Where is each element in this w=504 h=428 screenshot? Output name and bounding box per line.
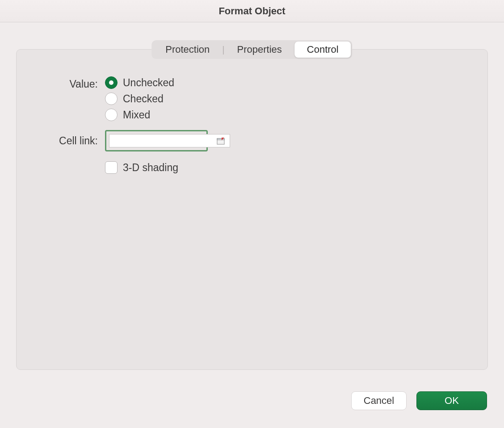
content-pane: Value: Unchecked Checked Mixed Cell link… [16,49,488,370]
footer-buttons: Cancel OK [351,391,487,410]
svg-rect-1 [217,138,224,140]
cell-link-input[interactable] [109,134,230,147]
cell-link-label: Cell link: [30,135,105,147]
form-area: Value: Unchecked Checked Mixed Cell link… [17,76,487,176]
range-picker-icon [217,137,225,145]
radio-circle-icon [105,92,118,105]
radio-checked[interactable]: Checked [105,92,474,105]
tab-label: Control [307,44,339,55]
checkbox-box-icon [105,161,118,174]
checkbox-3d-shading[interactable]: 3-D shading [105,161,474,174]
tab-control[interactable]: Control [294,42,351,58]
row-cell-link: Cell link: [30,130,474,151]
tab-properties[interactable]: Properties [225,42,294,58]
checkbox-label: 3-D shading [123,162,178,174]
shading-controls: 3-D shading [105,161,474,174]
titlebar: Format Object [0,0,504,22]
cell-link-input-wrap [105,130,208,151]
button-label: Cancel [364,395,394,407]
radio-unchecked[interactable]: Unchecked [105,76,474,89]
cancel-button[interactable]: Cancel [351,391,407,410]
tab-protection[interactable]: Protection [153,42,222,58]
ok-button[interactable]: OK [416,391,487,410]
radio-label: Checked [123,93,164,105]
cell-link-controls [105,130,474,151]
dialog-title: Format Object [218,5,285,17]
value-label: Value: [30,76,105,90]
tab-label: Protection [165,44,210,55]
value-options: Unchecked Checked Mixed [105,76,474,121]
button-label: OK [445,395,459,407]
row-value: Value: Unchecked Checked Mixed [30,76,474,121]
row-3d-shading: 3-D shading [30,161,474,174]
tab-label: Properties [237,44,282,55]
radio-dot-icon [105,76,118,89]
radio-label: Mixed [123,109,150,121]
tabs-segmented-control: Protection | Properties Control [151,40,352,59]
radio-label: Unchecked [123,77,174,89]
range-picker-button[interactable] [217,135,225,147]
radio-mixed[interactable]: Mixed [105,109,474,121]
radio-circle-icon [105,109,118,121]
